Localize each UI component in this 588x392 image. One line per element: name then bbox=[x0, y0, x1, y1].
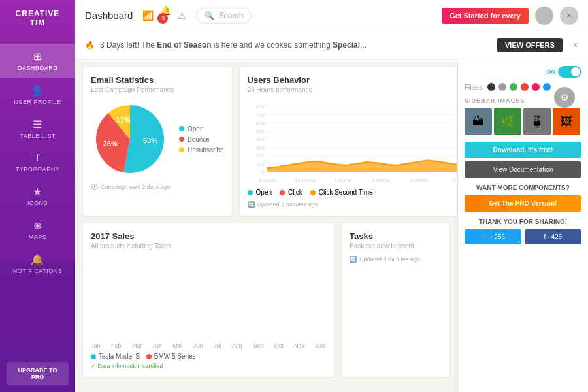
filter-dot-gray[interactable] bbox=[498, 83, 506, 91]
notification-bar: 🔥 3 Days left! The End of Season is here… bbox=[75, 31, 588, 59]
filter-dot-green[interactable] bbox=[510, 83, 517, 91]
legend-label-click2-b: Click Second Time bbox=[319, 189, 373, 196]
x-label-jan: Jan bbox=[91, 342, 101, 349]
sidebar-img-3[interactable]: 📱 bbox=[523, 108, 551, 135]
clock-icon: 🕐 bbox=[91, 184, 98, 190]
sidebar-item-maps[interactable]: ⊕ MAPS bbox=[0, 213, 75, 247]
notification-badge: 3 bbox=[157, 13, 168, 24]
sidebar-label-notifications: NOTIFICATIONS bbox=[13, 268, 62, 274]
x-label-feb: Feb bbox=[111, 342, 122, 349]
sales-subtitle: All products including Taxes bbox=[91, 242, 326, 250]
sidebar-img-2[interactable]: 🌿 bbox=[494, 108, 521, 135]
search-bar[interactable]: 🔍 Search bbox=[196, 8, 252, 24]
notif-emoji: 🔥 bbox=[85, 41, 95, 50]
legend-label-open: Open bbox=[188, 125, 203, 133]
upgrade-button[interactable]: UPGRADE TO PRO bbox=[7, 362, 69, 385]
right-panel: ON Filters ⚙ SIDEBAR IMAGES 🏔 bbox=[457, 59, 588, 392]
sidebar-item-icons[interactable]: ★ ICONS bbox=[0, 179, 75, 213]
notif-close-button[interactable]: × bbox=[573, 40, 578, 50]
toggle-on-label: ON bbox=[547, 69, 556, 75]
legend-dot-tesla bbox=[91, 354, 96, 359]
header: Dashboard 📶 🔔 3 ⚠ 🔍 Search Get Started f… bbox=[75, 0, 588, 31]
sidebar-item-user-profile[interactable]: 👤 USER PROFILE bbox=[0, 78, 75, 112]
sidebar-label-maps: MAPS bbox=[29, 234, 47, 240]
behavior-footer-text: Updated 3 minutes ago bbox=[257, 201, 318, 208]
email-stats-footer: 🕐 Campaign sent 2 days ago bbox=[91, 184, 224, 190]
sidebar: CREATIVE TIM ⊞ DASHBOARD 👤 USER PROFILE … bbox=[0, 0, 75, 392]
sidebar-brand: CREATIVE TIM bbox=[0, 0, 75, 37]
email-stats-footer-text: Campaign sent 2 days ago bbox=[101, 184, 171, 190]
toggle-switch[interactable] bbox=[558, 66, 581, 78]
tasks-title: Tasks bbox=[350, 231, 442, 241]
behavior-footer: 🔄 Updated 3 minutes ago bbox=[248, 201, 457, 208]
maps-icon: ⊕ bbox=[33, 220, 42, 232]
download-button[interactable]: Download, it's free! bbox=[465, 142, 581, 158]
x-label-jul: Jul bbox=[214, 342, 221, 349]
content-area: Email Statistics Last Campaign Performan… bbox=[75, 59, 588, 392]
icons-icon: ★ bbox=[33, 186, 42, 198]
sidebar-img-1[interactable]: 🏔 bbox=[465, 108, 492, 135]
facebook-count: · 426 bbox=[547, 233, 562, 240]
legend-dot-open bbox=[179, 126, 184, 131]
brand-label: CREATIVE TIM bbox=[16, 9, 60, 27]
cta-button[interactable]: Get Started for every bbox=[442, 8, 529, 24]
typography-icon: T bbox=[34, 152, 41, 164]
search-icon: 🔍 bbox=[204, 11, 214, 20]
facebook-button[interactable]: f · 426 bbox=[525, 229, 581, 244]
sidebar-images-grid: 🏔 🌿 📱 🖼 bbox=[465, 108, 581, 135]
filter-dot-dark[interactable] bbox=[487, 83, 495, 91]
pie-legend: Open Bounce Unsubscribe bbox=[179, 125, 224, 154]
sidebar-item-notifications[interactable]: 🔔 NOTIFICATIONS bbox=[0, 247, 75, 281]
img-placeholder-2: 🌿 bbox=[494, 108, 521, 135]
twitter-button[interactable]: 🐦 · 256 bbox=[465, 229, 521, 244]
want-more-title: WANT MORE COMPONENTS? bbox=[465, 184, 581, 191]
sidebar-label-dashboard: DASHBOARD bbox=[18, 65, 58, 71]
view-offers-button[interactable]: VIEW OFFERS bbox=[497, 38, 563, 52]
sidebar-img-4[interactable]: 🖼 bbox=[553, 108, 580, 135]
gear-button[interactable]: ⚙ bbox=[554, 87, 575, 108]
social-buttons: 🐦 · 256 f · 426 bbox=[465, 229, 581, 244]
twitter-count: · 256 bbox=[491, 233, 505, 240]
documentation-button[interactable]: View Documentation bbox=[465, 161, 581, 178]
legend-label-bounce: Bounce bbox=[188, 136, 210, 143]
tasks-refresh-icon: 🔄 bbox=[350, 256, 357, 263]
email-stats-subtitle: Last Campaign Performance bbox=[91, 86, 224, 93]
legend-dot-click-b bbox=[280, 190, 285, 195]
legend-bounce: Bounce bbox=[179, 136, 224, 143]
notification-area[interactable]: 🔔 3 bbox=[160, 5, 171, 26]
filter-dot-red[interactable] bbox=[521, 83, 529, 91]
refresh-icon: 🔄 bbox=[248, 201, 255, 208]
sales-x-labels: Jan Feb Mar Apr Mai Jun Jul Aug Sep Oct … bbox=[91, 342, 326, 349]
x-label-oct: Oct bbox=[274, 342, 284, 349]
sidebar-item-table-list[interactable]: ☰ TABLE LIST bbox=[0, 112, 75, 146]
header-icons: 📶 🔔 3 ⚠ bbox=[142, 5, 186, 26]
wifi-icon: 📶 bbox=[142, 10, 154, 21]
legend-dot-open-b bbox=[248, 190, 253, 195]
legend-click-b: Click bbox=[280, 189, 302, 196]
user-avatar[interactable] bbox=[535, 7, 553, 25]
sidebar-item-dashboard[interactable]: ⊞ DASHBOARD bbox=[0, 44, 75, 78]
share-title: THANK YOU FOR SHARING! bbox=[465, 218, 581, 225]
notifications-icon: 🔔 bbox=[31, 253, 44, 266]
sidebar-label-user-profile: USER PROFILE bbox=[14, 99, 61, 105]
main-content: Dashboard 📶 🔔 3 ⚠ 🔍 Search Get Started f… bbox=[75, 0, 588, 392]
legend-open: Open bbox=[179, 125, 224, 133]
close-button[interactable]: × bbox=[560, 7, 578, 25]
table-icon: ☰ bbox=[33, 118, 42, 131]
legend-click2-b: Click Second Time bbox=[310, 189, 373, 196]
notif-text-mid: is here and we cooked something bbox=[212, 41, 333, 50]
email-stats-card: Email Statistics Last Campaign Performan… bbox=[83, 67, 232, 216]
sidebar-item-typography[interactable]: T TYPOGRAPHY bbox=[0, 146, 75, 179]
user-behavior-card: Users Behavior 24 Hours performance Open… bbox=[240, 67, 457, 216]
x-label-apr: Apr bbox=[153, 342, 162, 349]
filter-dot-blue[interactable] bbox=[543, 83, 551, 91]
legend-dot-bmw bbox=[146, 354, 152, 359]
panel-toggle: ON bbox=[465, 66, 581, 78]
filter-dot-pink[interactable] bbox=[532, 83, 540, 91]
search-placeholder: Search bbox=[218, 11, 243, 20]
upgrade-label: UPGRADE TO PRO bbox=[18, 367, 57, 380]
img-placeholder-4: 🖼 bbox=[553, 108, 580, 135]
header-right: Get Started for every × bbox=[442, 7, 578, 25]
x-label-nov: Nov bbox=[294, 342, 304, 349]
pro-version-button[interactable]: Get The PRO Version! bbox=[465, 195, 581, 212]
